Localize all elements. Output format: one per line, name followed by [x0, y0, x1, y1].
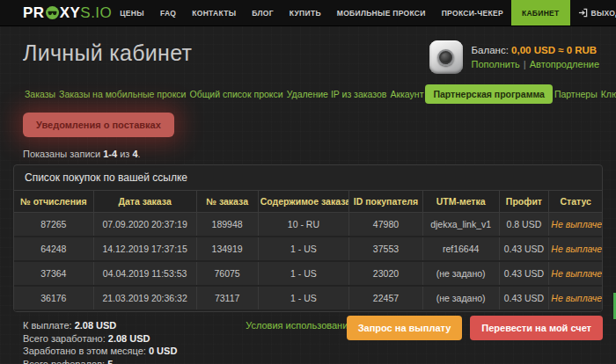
summary-label: К выплате: — [23, 320, 72, 331]
logout-link[interactable]: ВЫХОД — [570, 0, 616, 25]
top-navigation: ЦЕНЫ FAQ КОНТАКТЫ БЛОГ КУПИТЬ МОБИЛЬНЫЕ … — [112, 0, 616, 25]
records-prefix: Показаны записи — [23, 149, 100, 159]
col-payout-number: № отчисления — [14, 191, 93, 213]
summary-label: Всего рефералов: — [23, 359, 105, 364]
tab-ip-removal[interactable]: Удаление IP из заказов — [285, 84, 389, 104]
nav-item-proxy-checker[interactable]: ПРОКСИ-ЧЕКЕР — [434, 0, 511, 25]
purchases-panel: Список покупок по вашей ссылке № отчисле… — [13, 164, 603, 312]
summary-value: 2.08 USD — [75, 320, 117, 331]
tab-proxy-list[interactable]: Общий список прокси — [187, 84, 284, 104]
cell-utm-tag: (не задано) — [422, 286, 499, 310]
logo-text-xy: XY — [60, 4, 81, 22]
balance-widget: Баланс: 0,00 USD ≈ 0 RUB Пополнить|Автоп… — [429, 40, 603, 74]
records-mid: из — [120, 149, 129, 159]
table-row: 64248 14.12.2019 17:37:15 134919 1 - US … — [14, 237, 602, 261]
table-row: 87265 07.09.2020 20:37:19 189948 10 - RU… — [14, 213, 602, 237]
summary-value: 0 USD — [149, 346, 177, 356]
table-row: 36176 21.03.2019 20:36:32 73117 1 - US 2… — [14, 286, 602, 310]
topup-link[interactable]: Пополнить — [472, 59, 520, 69]
cell-utm-tag: djekxa_link_v1 — [422, 213, 499, 237]
nav-item-mobile-proxies[interactable]: МОБИЛЬНЫЕ ПРОКСИ — [329, 0, 434, 25]
spy-mask-icon — [46, 6, 59, 19]
cell-order-contents: 1 - US — [258, 261, 349, 286]
cell-payout-number: 37364 — [14, 261, 93, 286]
cell-order-date: 14.12.2019 17:37:15 — [93, 237, 196, 261]
balance-links: Пополнить|Автопродление — [472, 57, 599, 71]
affiliate-footer: К выплате: 2.08 USD Всего заработано: 2.… — [0, 312, 616, 364]
safe-dial-icon — [437, 49, 454, 66]
nav-item-faq[interactable]: FAQ — [152, 0, 184, 25]
delivery-notifications-button[interactable]: Уведомления о поставках — [23, 113, 174, 137]
tab-affiliate-program-active[interactable]: Партнерская программа — [425, 84, 552, 104]
footer-buttons: Запрос на выплату Перевести на мой счет — [347, 316, 603, 340]
balance-value: 0,00 USD ≈ 0 RUB — [511, 45, 597, 55]
records-suffix: . — [138, 149, 141, 159]
cell-status: Не выплачен — [549, 286, 602, 310]
tab-orders[interactable]: Заказы — [23, 84, 57, 104]
autorenew-link[interactable]: Автопродление — [530, 59, 599, 69]
cell-order-contents: 1 - US — [258, 286, 349, 310]
link-separator: | — [524, 59, 526, 69]
page-header: Личный кабинет Баланс: 0,00 USD ≈ 0 RUB … — [0, 26, 616, 79]
payout-request-button[interactable]: Запрос на выплату — [347, 316, 463, 340]
cell-payout-number: 36176 — [14, 286, 93, 310]
nav-item-cabinet-active[interactable]: КАБИНЕТ — [511, 0, 570, 25]
cell-order-date: 07.09.2020 20:37:19 — [93, 213, 196, 237]
logout-label: ВЫХОД — [591, 9, 616, 18]
notifications-row: Уведомления о поставках — [0, 107, 616, 137]
cell-buyer-id: 47980 — [349, 213, 423, 237]
tab-partners[interactable]: Партнеры — [553, 84, 599, 104]
summary-value: 2.08 USD — [108, 333, 150, 344]
summary-label: Всего заработано: — [23, 333, 106, 344]
cell-order-number: 73117 — [196, 286, 258, 310]
cell-status: Не выплачен — [549, 213, 602, 237]
exit-icon — [578, 8, 588, 18]
cell-buyer-id: 37553 — [349, 237, 423, 261]
tab-account[interactable]: Аккаунт — [388, 84, 425, 104]
balance-row: Баланс: 0,00 USD ≈ 0 RUB — [472, 43, 599, 57]
col-order-date: Дата заказа — [93, 191, 196, 213]
cell-utm-tag: (не задано) — [422, 261, 499, 286]
col-buyer-id: ID покупателя — [349, 191, 423, 213]
page-title: Личный кабинет — [23, 40, 192, 66]
balance-label: Баланс: — [472, 45, 509, 55]
table-row: 37364 04.04.2019 11:53:53 76075 1 - US 2… — [14, 261, 602, 286]
cell-profit: 0.8 USD — [499, 213, 549, 237]
records-summary: Показаны записи 1-4 из 4. — [0, 137, 616, 164]
cell-order-number: 76075 — [196, 261, 258, 286]
summary-label: Заработано в этом месяце: — [23, 346, 146, 356]
logo-text-pr: PR — [23, 4, 45, 22]
col-utm-tag: UTM-метка — [422, 191, 499, 213]
cell-status: Не выплачен — [549, 237, 602, 261]
tab-api-keys[interactable]: Ключи API — [599, 84, 616, 104]
logo-text-suffix: S.IO — [80, 4, 112, 22]
nav-item-buy[interactable]: КУПИТЬ — [282, 0, 329, 25]
terms-of-use-link[interactable]: Условия использования — [246, 320, 353, 331]
cell-profit: 0.43 USD — [499, 286, 549, 310]
nav-item-contacts[interactable]: КОНТАКТЫ — [184, 0, 244, 25]
nav-item-blog[interactable]: БЛОГ — [244, 0, 282, 25]
cell-buyer-id: 22457 — [349, 286, 423, 310]
cabinet-tabs: Заказы Заказы на мобильные прокси Общий … — [0, 79, 616, 107]
proxys-logo[interactable]: PR XY S.IO — [23, 4, 112, 22]
safe-icon — [429, 40, 463, 74]
col-status: Статус — [549, 191, 602, 213]
purchases-table: № отчисления Дата заказа № заказа Содерж… — [14, 191, 602, 311]
cell-order-number: 134919 — [196, 237, 258, 261]
records-range: 1-4 — [103, 149, 117, 159]
cell-order-number: 189948 — [196, 213, 258, 237]
table-header-row: № отчисления Дата заказа № заказа Содерж… — [14, 191, 602, 213]
cell-order-date: 21.03.2019 20:36:32 — [93, 286, 196, 310]
cell-buyer-id: 23020 — [349, 261, 423, 286]
transfer-to-account-button[interactable]: Перевести на мой счет — [470, 316, 603, 340]
cell-profit: 0.43 USD — [499, 237, 549, 261]
cell-order-date: 04.04.2019 11:53:53 — [93, 261, 196, 286]
col-profit: Профит — [499, 191, 549, 213]
top-bar: PR XY S.IO ЦЕНЫ FAQ КОНТАКТЫ БЛОГ КУПИТЬ… — [0, 0, 616, 26]
cell-order-contents: 10 - RU — [258, 213, 349, 237]
tab-mobile-proxy-orders[interactable]: Заказы на мобильные прокси — [57, 84, 187, 104]
summary-line-referrals: Всего рефералов: 5 — [23, 358, 603, 364]
summary-value: 5 — [107, 359, 113, 364]
nav-item-prices[interactable]: ЦЕНЫ — [112, 0, 152, 25]
cell-utm-tag: ref16644 — [422, 237, 499, 261]
